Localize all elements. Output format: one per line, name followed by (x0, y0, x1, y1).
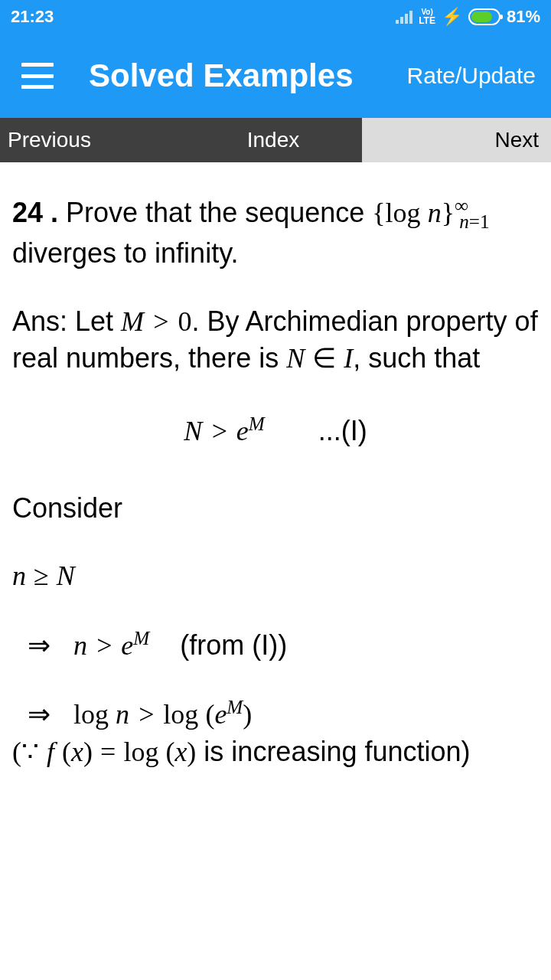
charging-icon: ⚡ (442, 8, 462, 25)
battery-icon (468, 8, 500, 25)
question-number: 24 . (12, 197, 58, 228)
tab-next[interactable]: Next (362, 118, 551, 162)
equation-1: N > eM ...(I) (12, 411, 539, 450)
app-bar: Solved Examples Rate/Update (0, 34, 551, 118)
status-time: 21:23 (11, 7, 54, 27)
status-right: Vo) LTE ⚡ 81% (396, 7, 540, 27)
content-body: 24 . Prove that the sequence {log n}∞ n=… (0, 162, 551, 771)
tab-previous[interactable]: Previous (0, 118, 184, 162)
network-type-icon: Vo) LTE (419, 8, 435, 25)
step-implies-2: ⇒ log n > log (eM) (∵ f (x) = log (x) is… (12, 694, 539, 770)
menu-icon[interactable] (21, 63, 54, 89)
consider-label: Consider (12, 490, 539, 528)
signal-icon (396, 10, 412, 24)
tab-index[interactable]: Index (184, 118, 361, 162)
answer-intro: Ans: Let M > 0. By Archimedian property … (12, 303, 539, 377)
rate-update-link[interactable]: Rate/Update (407, 63, 536, 89)
step-n-ge-N: n ≥ N (12, 557, 539, 595)
page-title: Solved Examples (89, 57, 407, 94)
status-bar: 21:23 Vo) LTE ⚡ 81% (0, 0, 551, 34)
step-implies-1: ⇒ n > eM (from (I)) (12, 626, 539, 665)
nav-tabs: Previous Index Next (0, 118, 551, 162)
question-text: 24 . Prove that the sequence {log n}∞ n=… (12, 193, 539, 273)
battery-percent: 81% (507, 7, 540, 27)
